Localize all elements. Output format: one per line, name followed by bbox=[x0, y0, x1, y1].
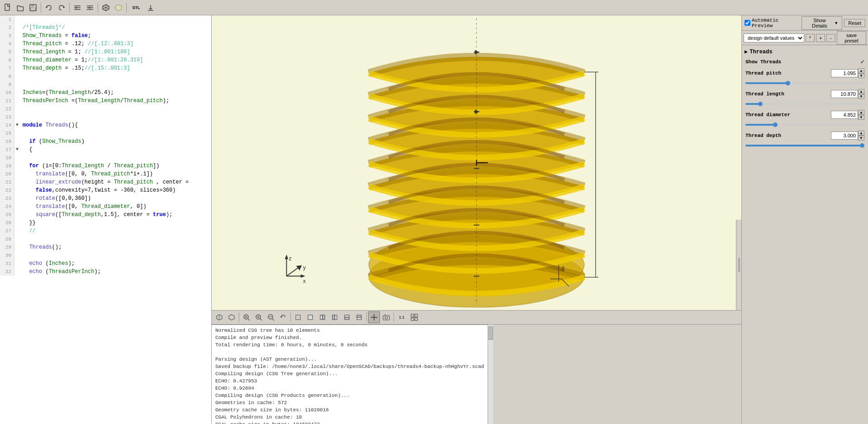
code-line: 27 // bbox=[0, 227, 211, 235]
threads-section-header[interactable]: ▶ Threads bbox=[744, 47, 866, 57]
view-back-button[interactable] bbox=[304, 311, 316, 323]
view-axes-button[interactable] bbox=[226, 311, 237, 323]
view-1to1-button[interactable]: 1:1 bbox=[395, 311, 408, 323]
svg-text:y: y bbox=[303, 264, 306, 271]
svg-line-53 bbox=[260, 319, 262, 320]
console-output[interactable]: Normalized CSG tree has 10 elements Comp… bbox=[212, 325, 488, 424]
thread-depth-spinner: ▲ ▼ bbox=[858, 131, 864, 141]
rotate-reset-button[interactable] bbox=[277, 311, 289, 323]
thread-pitch-slider[interactable] bbox=[745, 82, 864, 84]
code-line: 14 ▼ module Threads(){ bbox=[0, 121, 211, 129]
code-line: 10 Inches=(Thread_length/25.4); bbox=[0, 89, 211, 97]
zoom-in-button[interactable] bbox=[253, 311, 265, 323]
render-button[interactable] bbox=[113, 2, 124, 14]
console-line bbox=[215, 349, 484, 356]
thread-diameter-slider[interactable] bbox=[745, 124, 864, 126]
console-line: ECHO: 0.427953 bbox=[215, 377, 484, 385]
preset-minus-button[interactable]: - bbox=[826, 34, 835, 42]
indent-button[interactable] bbox=[71, 2, 83, 14]
thread-depth-up[interactable]: ▲ bbox=[858, 131, 864, 136]
save-file-button[interactable] bbox=[27, 2, 39, 14]
thread-pitch-slider-row bbox=[744, 80, 866, 88]
view-grid-button[interactable] bbox=[408, 311, 420, 323]
svg-rect-63 bbox=[320, 315, 323, 320]
preset-select[interactable]: design default values bbox=[744, 33, 804, 42]
svg-rect-0 bbox=[5, 4, 9, 10]
thread-diameter-row: Thread diameter ▲ ▼ bbox=[744, 108, 866, 121]
open-file-button[interactable] bbox=[14, 2, 26, 14]
viewport-resize-handle[interactable] bbox=[736, 220, 741, 310]
show-details-button[interactable]: Show Details ▼ bbox=[802, 16, 842, 30]
reset-button[interactable]: Reset bbox=[844, 19, 865, 27]
code-editor[interactable]: 1 2 /*[Threads]*/ 3 Show_Threads = false… bbox=[0, 15, 212, 424]
zoom-out-button[interactable] bbox=[265, 311, 277, 323]
thread-pitch-row: Thread pitch ▲ ▼ bbox=[744, 67, 866, 80]
svg-rect-64 bbox=[323, 315, 325, 320]
new-file-button[interactable] bbox=[2, 2, 14, 14]
console-line: CGAL cache size in bytes: 104688472 bbox=[215, 421, 484, 424]
thread-depth-value: ▲ ▼ bbox=[831, 131, 864, 141]
zoom-fit-button[interactable] bbox=[241, 311, 252, 323]
thread-depth-input[interactable] bbox=[831, 132, 858, 140]
thread-pitch-spinner: ▲ ▼ bbox=[858, 68, 864, 78]
3d-viewport[interactable]: z z y bbox=[212, 15, 741, 325]
code-line: 3 Show_Threads = false; bbox=[0, 32, 211, 40]
code-line: 8 bbox=[0, 72, 211, 80]
thread-pitch-input[interactable] bbox=[831, 69, 858, 77]
console-line: Saved backup file: /home/none3/.local/sh… bbox=[215, 363, 484, 370]
thread-depth-slider[interactable] bbox=[745, 145, 864, 146]
view3d-button[interactable] bbox=[100, 2, 112, 14]
code-line: 18 bbox=[0, 154, 211, 162]
thread-length-slider[interactable] bbox=[745, 103, 864, 105]
view-left-button[interactable] bbox=[317, 311, 328, 323]
thread-diameter-down[interactable]: ▼ bbox=[858, 115, 864, 120]
view-bottom-button[interactable] bbox=[353, 311, 365, 323]
view-right-button[interactable] bbox=[329, 311, 341, 323]
code-line: 17 ▼ { bbox=[0, 146, 211, 154]
console-scrollbar[interactable] bbox=[488, 325, 493, 424]
code-line: 25 square([Thread_depth,1.5], center = t… bbox=[0, 211, 211, 219]
code-line: 19 for (i=[0:Thread_length / Thread_pitc… bbox=[0, 162, 211, 170]
console-line: Normalized CSG tree has 10 elements bbox=[215, 327, 484, 334]
thread-diameter-input[interactable] bbox=[831, 111, 858, 119]
main-toolbar: STL bbox=[0, 0, 868, 15]
thread-pitch-up[interactable]: ▲ bbox=[858, 68, 864, 73]
show-threads-checkmark[interactable]: ✓ bbox=[861, 58, 864, 66]
view-3d-button[interactable] bbox=[213, 311, 225, 323]
auto-preview-label[interactable]: Automatic Preview bbox=[745, 18, 800, 28]
save-preset-button[interactable]: save preset bbox=[837, 31, 866, 45]
thread-pitch-down[interactable]: ▼ bbox=[858, 73, 864, 78]
code-line: 2 /*[Threads]*/ bbox=[0, 24, 211, 32]
thread-depth-down[interactable]: ▼ bbox=[858, 136, 864, 141]
toggle-crosshair-button[interactable] bbox=[368, 311, 380, 323]
auto-preview-text: Automatic Preview bbox=[752, 18, 800, 28]
code-line: 31 echo (Inches); bbox=[0, 259, 211, 268]
console-line: Total rendering time: 0 hours, 0 minutes… bbox=[215, 341, 484, 349]
preset-star-button[interactable]: * bbox=[806, 34, 815, 42]
screenshot-button[interactable] bbox=[380, 311, 392, 323]
view-top-button[interactable] bbox=[341, 311, 353, 323]
svg-marker-14 bbox=[115, 5, 122, 11]
thread-length-input[interactable] bbox=[831, 90, 858, 98]
console-line: CGAL Polyhedrons in cache: 10 bbox=[215, 414, 484, 421]
redo-button[interactable] bbox=[56, 2, 67, 14]
unindent-button[interactable] bbox=[84, 2, 96, 14]
thread-length-value: ▲ ▼ bbox=[831, 89, 864, 99]
console-scroll-thumb[interactable] bbox=[489, 326, 493, 340]
thread-length-up[interactable]: ▲ bbox=[858, 89, 864, 94]
svg-rect-65 bbox=[332, 315, 335, 320]
export-stl-button[interactable]: STL bbox=[128, 2, 144, 14]
thread-length-row: Thread length ▲ ▼ bbox=[744, 88, 866, 100]
thread-diameter-up[interactable]: ▲ bbox=[858, 110, 864, 115]
undo-button[interactable] bbox=[43, 2, 55, 14]
3d-view-area[interactable]: z z y bbox=[212, 15, 741, 310]
view-front-button[interactable] bbox=[292, 311, 304, 323]
auto-preview-checkbox[interactable] bbox=[745, 20, 750, 26]
code-line: 4 Thread_pitch = .12; //[.12:.001:3] bbox=[0, 40, 211, 48]
thread-length-down[interactable]: ▼ bbox=[858, 94, 864, 99]
parameters-list: ▶ Threads Show Threads ✓ Thread pitch ▲ … bbox=[742, 45, 868, 424]
code-line: 9 bbox=[0, 80, 211, 89]
export-button[interactable] bbox=[145, 2, 157, 14]
preset-plus-button[interactable]: + bbox=[816, 34, 825, 42]
svg-rect-66 bbox=[335, 315, 337, 320]
